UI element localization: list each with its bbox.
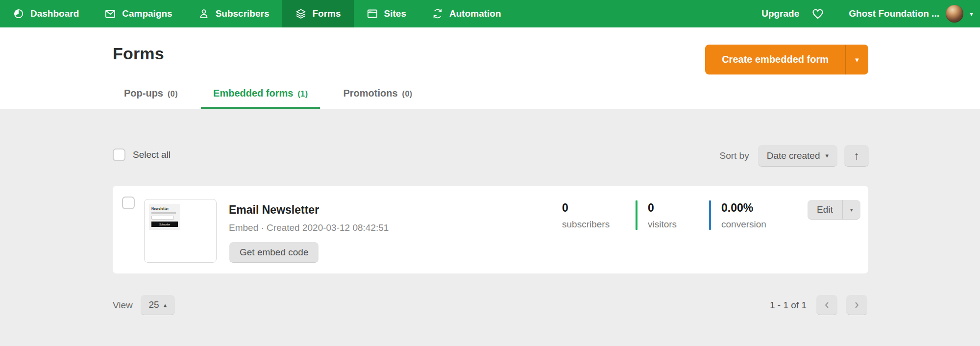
form-meta: Embed · Created 2020-03-12 08:42:51	[229, 222, 389, 233]
nav-label: Sites	[384, 8, 406, 19]
account-name[interactable]: Ghost Foundation ...	[849, 8, 939, 19]
nav-item-forms[interactable]: Forms	[282, 0, 354, 27]
pagination-range-label: 1 - 1 of 1	[770, 300, 807, 311]
layers-icon	[295, 8, 307, 20]
thumbnail-text-line	[151, 212, 176, 214]
envelope-icon	[104, 8, 116, 20]
sort-field-dropdown[interactable]: Date created ▾	[758, 145, 837, 167]
tab-count: (0)	[168, 90, 178, 99]
page-size-caret-up-icon: ▴	[164, 302, 167, 308]
form-list-row: Newsletter Subscribe Email Newsletter Em…	[113, 186, 868, 273]
stat-label: conversion	[721, 219, 800, 230]
nav-label: Dashboard	[30, 8, 79, 19]
avatar[interactable]	[946, 5, 963, 23]
nav-item-subscribers[interactable]: Subscribers	[185, 0, 282, 27]
upgrade-link[interactable]: Upgrade	[761, 8, 799, 19]
form-title: Email Newsletter	[229, 203, 319, 217]
create-embedded-form-split-button: Create embedded form ▾	[705, 45, 868, 74]
tab-label: Pop-ups	[124, 88, 163, 99]
nav-label: Campaigns	[122, 8, 172, 19]
page-size-control: View 25 ▴	[113, 295, 175, 315]
tab-bar: Pop-ups (0) Embedded forms (1) Promotion…	[112, 88, 425, 109]
stat-value: 0.00%	[721, 202, 800, 214]
create-embedded-form-button[interactable]: Create embedded form	[705, 45, 845, 74]
page-size-value: 25	[149, 299, 159, 310]
stat-value: 0	[648, 202, 726, 214]
nav-item-campaigns[interactable]: Campaigns	[92, 0, 185, 27]
stat-label: visitors	[648, 219, 726, 230]
chevron-left-icon	[823, 301, 831, 309]
row-checkbox[interactable]	[122, 197, 135, 209]
main-nav-items: Dashboard Campaigns Subscribers Forms	[0, 0, 514, 27]
stat-subscribers: 0 subscribers	[562, 202, 640, 230]
form-thumbnail[interactable]: Newsletter Subscribe	[144, 199, 217, 263]
tab-popups[interactable]: Pop-ups (0)	[112, 88, 190, 109]
tab-label: Promotions	[343, 88, 397, 99]
sort-field-value: Date created	[767, 150, 820, 161]
page-header: Forms Pop-ups (0) Embedded forms (1) Pro…	[0, 27, 980, 109]
tab-embedded-forms[interactable]: Embedded forms (1)	[201, 88, 320, 109]
edit-button[interactable]: Edit	[808, 200, 842, 219]
sync-icon	[432, 8, 443, 20]
tab-count: (1)	[297, 90, 308, 99]
view-label: View	[113, 300, 133, 311]
conversion-stat-bar	[709, 200, 711, 230]
get-embed-code-button[interactable]: Get embed code	[229, 242, 318, 263]
account-caret-down-icon[interactable]: ▾	[970, 10, 973, 17]
arrow-up-icon: ↑	[854, 149, 859, 162]
form-thumbnail-preview: Newsletter Subscribe	[149, 204, 180, 230]
sort-caret-down-icon: ▾	[825, 152, 829, 159]
thumbnail-subscribe-button: Subscribe	[151, 222, 178, 227]
previous-page-button[interactable]	[816, 295, 837, 315]
heart-icon	[811, 7, 824, 20]
tab-promotions[interactable]: Promotions (0)	[331, 88, 424, 109]
tab-count: (0)	[402, 90, 413, 99]
chevron-right-icon	[853, 301, 860, 309]
favorites-button[interactable]	[811, 7, 824, 20]
nav-item-automation[interactable]: Automation	[419, 0, 514, 27]
sort-by-label: Sort by	[719, 150, 749, 161]
dashboard-icon	[13, 8, 24, 20]
next-page-button[interactable]	[846, 295, 867, 315]
stat-value: 0	[562, 202, 640, 214]
page-size-dropdown[interactable]: 25 ▴	[141, 295, 175, 315]
forms-page: Dashboard Campaigns Subscribers Forms	[0, 0, 980, 346]
pager: 1 - 1 of 1	[770, 295, 867, 315]
thumbnail-email-field	[151, 216, 174, 220]
stat-visitors: 0 visitors	[648, 202, 726, 230]
nav-item-dashboard[interactable]: Dashboard	[0, 0, 92, 27]
sort-direction-button[interactable]: ↑	[844, 145, 869, 167]
stat-label: subscribers	[562, 219, 640, 230]
edit-split-button: Edit ▾	[808, 200, 860, 220]
nav-label: Subscribers	[216, 8, 270, 19]
nav-right-cluster: Upgrade Ghost Foundation ... ▾	[761, 0, 980, 27]
tab-label: Embedded forms	[213, 88, 293, 99]
browser-icon	[367, 8, 378, 20]
thumbnail-heading: Newsletter	[151, 207, 178, 211]
nav-item-sites[interactable]: Sites	[354, 0, 419, 27]
select-all-control: Select all	[113, 148, 171, 161]
select-all-checkbox[interactable]	[113, 148, 125, 161]
nav-label: Automation	[449, 8, 501, 19]
top-nav: Dashboard Campaigns Subscribers Forms	[0, 0, 980, 27]
sort-controls: Sort by Date created ▾ ↑	[719, 145, 869, 167]
content-area: Select all Sort by Date created ▾ ↑ News…	[0, 109, 980, 346]
select-all-label: Select all	[133, 149, 171, 160]
page-title: Forms	[113, 44, 164, 63]
nav-label: Forms	[313, 8, 341, 19]
person-icon	[198, 8, 210, 20]
create-options-caret-down-icon[interactable]: ▾	[845, 45, 868, 74]
visitors-stat-bar	[636, 200, 637, 230]
stat-conversion: 0.00% conversion	[721, 202, 800, 230]
edit-options-caret-down-icon[interactable]: ▾	[842, 200, 860, 219]
